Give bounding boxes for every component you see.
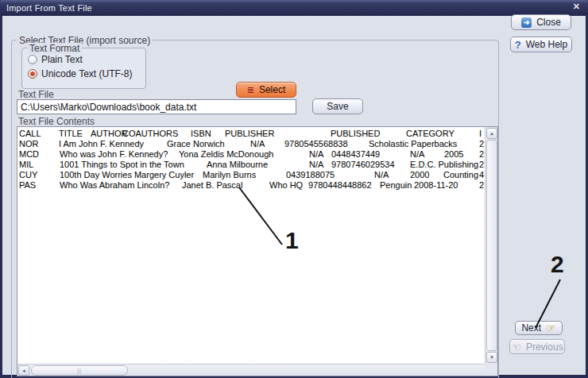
text-file-label: Text File — [18, 89, 54, 100]
vertical-scroll-thumb[interactable] — [486, 140, 497, 351]
scroll-up-icon[interactable]: ▲ — [486, 128, 497, 139]
table-cell: 0439188075 — [286, 170, 335, 179]
table-cell: Scholastic Paperbacks — [369, 139, 457, 148]
table-cell: Counting — [443, 170, 478, 179]
window-title: Import From Text File — [0, 3, 92, 13]
dialog-body: Select Text File (import source) Text Fo… — [5, 16, 583, 375]
radio-icon — [28, 55, 37, 64]
table-cell: 100th Day Worries Margery Cuyler — [60, 170, 194, 179]
table-cell: 1001 Things to Spot in the Town — [60, 160, 184, 169]
table-row: PASWho Was Abraham Lincoln?Janet B. Pasc… — [17, 180, 485, 191]
title-bar: Import From Text File ✕ — [0, 0, 588, 16]
table-cell: Grace Norwich — [167, 139, 225, 148]
table-row: MCDWho was John F. Kennedy?Yona Zeldis M… — [17, 149, 485, 160]
select-button-label: Select — [259, 84, 285, 95]
horizontal-scrollbar[interactable]: ◄ || — [17, 364, 485, 376]
text-file-contents-label: Text File Contents — [18, 116, 95, 127]
table-cell: CUY — [19, 170, 37, 179]
web-help-button-label: Web Help — [526, 39, 567, 50]
table-cell: 2 — [479, 139, 484, 148]
table-cell: Penguin — [380, 180, 412, 190]
file-list-icon: ≣ — [247, 86, 254, 94]
scrollbar-corner — [485, 364, 497, 376]
close-arrow-icon: ➜ — [521, 17, 532, 28]
table-cell: N/A — [309, 149, 323, 159]
web-help-button[interactable]: ? Web Help — [510, 37, 572, 52]
text-format-group-title: Text Format — [27, 43, 82, 54]
table-cell: CALL — [19, 129, 41, 138]
table-row: MIL1001 Things to Spot in the TownAnna M… — [17, 160, 485, 170]
annotation-number-2: 2 — [551, 253, 564, 276]
hand-pointing-right-icon: ☞ — [546, 322, 556, 334]
table-cell: MIL — [19, 160, 33, 169]
table-cell: N/A — [374, 170, 389, 179]
table-cell: Janet B. Pascal — [182, 180, 242, 190]
table-cell: PUBLISHER — [225, 129, 274, 138]
table-cell: CATEGORY — [406, 129, 455, 138]
table-cell: 2000 — [410, 170, 429, 179]
radio-icon — [28, 69, 37, 79]
table-cell: I — [479, 129, 482, 138]
table-cell: 9780545568838 — [284, 139, 348, 148]
previous-button[interactable]: ☜ Previous — [509, 339, 565, 354]
table-cell: 2008-11-20 — [414, 180, 458, 190]
table-row: CUY100th Day Worries Margery CuylerMaril… — [17, 170, 485, 180]
hand-pointing-left-icon: ☜ — [511, 341, 521, 353]
table-cell: 2005 — [444, 149, 463, 159]
text-format-group-box: Text Format Plain Text Unicode Text (UTF… — [21, 48, 146, 89]
scroll-left-icon[interactable]: ◄ — [18, 365, 29, 376]
table-cell: 2 — [479, 149, 484, 159]
table-cell: NOR — [19, 139, 38, 148]
table-cell: TITLE — [59, 129, 83, 138]
table-cell: ISBN — [191, 129, 211, 138]
close-button-label: Close — [536, 17, 561, 28]
radio-label: Plain Text — [41, 54, 83, 65]
table-cell: Marilyn Burns — [203, 170, 256, 179]
vertical-scrollbar[interactable]: ▲ ▼ — [485, 127, 497, 364]
table-cell: 4 — [479, 170, 484, 179]
radio-unicode-text[interactable]: Unicode Text (UTF-8) — [28, 68, 132, 79]
window-close-icon[interactable]: ✕ — [573, 2, 580, 12]
table-cell: 9780746029534 — [331, 160, 395, 169]
table-cell: 9780448448862 — [308, 180, 372, 190]
scroll-down-icon[interactable]: ▼ — [486, 352, 497, 363]
radio-plain-text[interactable]: Plain Text — [28, 54, 83, 65]
table-cell: 2 — [479, 160, 484, 169]
save-button-label: Save — [327, 101, 348, 112]
table-cell: 0448437449 — [331, 149, 380, 159]
select-file-button[interactable]: ≣ Select — [236, 82, 296, 98]
table-cell: 2 — [479, 180, 484, 190]
save-button[interactable]: Save — [312, 98, 363, 114]
table-cell: N/A — [410, 149, 424, 159]
table-cell: Who was John F. Kennedy? — [60, 149, 168, 159]
import-dialog: Import From Text File ✕ Select Text File… — [0, 0, 588, 378]
table-row: CALLTITLEAUTHORCOAUTHORSISBNPUBLISHERPUB… — [17, 129, 485, 139]
table-cell: Who HQ — [269, 180, 303, 190]
previous-button-label: Previous — [526, 341, 563, 353]
question-mark-icon: ? — [515, 40, 521, 50]
table-cell: Anna Milbourne — [207, 160, 268, 169]
table-cell: I Am John F. Kennedy — [59, 139, 144, 148]
table-cell: N/A — [309, 160, 323, 169]
table-row: NORI Am John F. KennedyGrace NorwichN/A9… — [17, 139, 485, 149]
next-button[interactable]: Next ☞ — [515, 321, 563, 335]
table-cell: Who Was Abraham Lincoln? — [60, 180, 169, 190]
table-cell: Yona Zeldis McDonough — [179, 149, 273, 159]
source-group-box: Select Text File (import source) Text Fo… — [11, 40, 499, 378]
next-button-label: Next — [521, 322, 541, 334]
close-button[interactable]: ➜ Close — [511, 14, 571, 30]
file-contents-area[interactable]: CALLTITLEAUTHORCOAUTHORSISBNPUBLISHERPUB… — [17, 126, 498, 376]
horizontal-scroll-thumb[interactable]: || — [31, 365, 128, 376]
table-cell: PUBLISHED — [331, 129, 380, 138]
annotation-number-1: 1 — [285, 229, 299, 253]
table-cell: MCD — [19, 149, 39, 159]
radio-label: Unicode Text (UTF-8) — [41, 68, 132, 79]
table-cell: N/A — [250, 139, 265, 148]
file-contents-rows: CALLTITLEAUTHORCOAUTHORSISBNPUBLISHERPUB… — [17, 127, 485, 364]
table-cell: E.D.C. Publishing — [410, 160, 478, 169]
table-cell: COAUTHORS — [122, 129, 178, 138]
table-cell: PAS — [19, 180, 36, 190]
text-file-path-input[interactable] — [17, 99, 296, 114]
